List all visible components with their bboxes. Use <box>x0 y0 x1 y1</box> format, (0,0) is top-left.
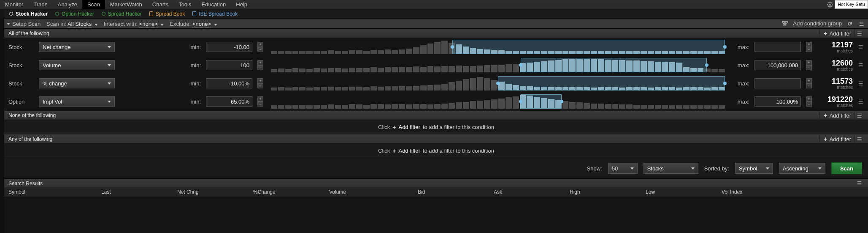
col-vol-index[interactable]: Vol Index <box>717 189 785 195</box>
subtab-label: Stock Hacker <box>16 11 48 17</box>
filter-row-menu-icon[interactable]: ☰ <box>858 99 864 105</box>
menu-help[interactable]: Help <box>231 0 252 9</box>
add-filter-none-button[interactable]: +Add filter <box>819 111 852 120</box>
filter-field-dropdown[interactable]: Net change <box>39 42 115 52</box>
sort-direction-dropdown[interactable]: Ascending <box>779 163 825 174</box>
range-handle-min[interactable] <box>519 63 522 67</box>
step-up-button[interactable]: + <box>257 60 263 65</box>
step-up-button[interactable]: + <box>806 78 812 83</box>
sort-field-dropdown[interactable]: Symbol <box>735 163 773 174</box>
max-input[interactable]: 100,000,000 <box>754 60 801 70</box>
scan-in-selector[interactable]: Scan in: All Stocks <box>46 21 98 27</box>
col-low[interactable]: Low <box>641 189 717 195</box>
distribution-chart[interactable] <box>271 76 725 90</box>
step-down-button[interactable]: − <box>257 47 263 52</box>
group-all-menu-icon[interactable]: ☰ <box>854 29 864 38</box>
show-count-dropdown[interactable]: 50 <box>608 163 638 174</box>
filter-row-menu-icon[interactable]: ☰ <box>858 80 864 87</box>
col-net-chng[interactable]: Net Chng <box>173 189 249 195</box>
subtab-spread-book[interactable]: Spread Book <box>149 9 185 18</box>
settings-gear-icon[interactable] <box>825 0 835 9</box>
group-none-menu-icon[interactable]: ☰ <box>854 111 864 120</box>
step-up-button[interactable]: + <box>806 60 812 65</box>
distribution-chart[interactable] <box>271 94 725 109</box>
menu-scan[interactable]: Scan <box>82 0 105 9</box>
group-any-menu-icon[interactable]: ☰ <box>854 135 864 143</box>
step-up-button[interactable]: + <box>257 42 263 47</box>
col--change[interactable]: %Change <box>249 189 325 195</box>
min-input[interactable]: 65.00% <box>206 96 252 107</box>
step-down-button[interactable]: − <box>257 101 263 107</box>
range-handle-max[interactable] <box>705 63 708 67</box>
step-up-button[interactable]: + <box>806 42 812 47</box>
col-volume[interactable]: Volume <box>325 189 414 195</box>
main-menu-bar: MonitorTradeAnalyzeScanMarketWatchCharts… <box>0 0 868 9</box>
filter-field-value: Net change <box>43 44 71 50</box>
menu-charts[interactable]: Charts <box>147 0 173 9</box>
intersect-selector[interactable]: Intersect with: <none> <box>104 21 164 27</box>
step-up-button[interactable]: + <box>257 78 263 83</box>
range-handle-max[interactable] <box>723 82 727 85</box>
min-input[interactable]: -10.00 <box>206 42 252 52</box>
setup-scan-dropdown[interactable]: Setup Scan <box>7 21 41 27</box>
asset-type-dropdown[interactable]: Stocks <box>644 163 698 174</box>
filter-field-dropdown[interactable]: Impl Vol <box>39 96 115 107</box>
subtab-ise-spread-book[interactable]: ISE Spread Book <box>192 9 238 18</box>
range-handle-min[interactable] <box>451 45 454 49</box>
svg-rect-2 <box>785 22 787 23</box>
scanbar-menu-icon[interactable]: ☰ <box>858 20 865 27</box>
range-handle-min[interactable] <box>519 100 522 103</box>
step-down-button[interactable]: − <box>806 83 812 88</box>
filter-row: StockNet changemin:-10.00+−max:+−12197ma… <box>4 38 868 56</box>
max-input[interactable] <box>754 78 801 88</box>
step-down-button[interactable]: − <box>257 83 263 88</box>
filter-row-menu-icon[interactable]: ☰ <box>858 44 864 50</box>
col-ask[interactable]: Ask <box>489 189 565 195</box>
menu-education[interactable]: Education <box>196 0 231 9</box>
add-filter-any-button[interactable]: +Add filter <box>819 135 852 143</box>
refresh-icon[interactable] <box>846 20 854 27</box>
distribution-chart[interactable] <box>271 40 725 54</box>
filter-row-menu-icon[interactable]: ☰ <box>858 62 864 69</box>
subtab-option-hacker[interactable]: Option Hacker <box>55 9 94 18</box>
step-up-button[interactable]: + <box>257 96 263 101</box>
step-down-button[interactable]: − <box>806 101 812 107</box>
col-high[interactable]: High <box>565 189 641 195</box>
distribution-chart[interactable] <box>271 58 725 72</box>
document-icon <box>149 11 153 16</box>
range-handle-min[interactable] <box>496 82 500 85</box>
hotkey-setup-button[interactable]: Hot Key Setu <box>835 0 868 9</box>
col-bid[interactable]: Bid <box>414 189 489 195</box>
subtab-stock-hacker[interactable]: Stock Hacker <box>9 9 48 18</box>
min-input[interactable]: 100 <box>206 60 252 70</box>
min-input[interactable]: -10.00% <box>206 78 252 88</box>
range-handle-max[interactable] <box>560 100 563 103</box>
step-down-button[interactable]: − <box>806 65 812 70</box>
condition-group-icon[interactable] <box>781 20 789 27</box>
scan-button[interactable]: Scan <box>831 162 862 174</box>
svg-point-0 <box>829 4 831 5</box>
step-down-button[interactable]: − <box>806 47 812 52</box>
menu-tools[interactable]: Tools <box>173 0 196 9</box>
results-menu-icon[interactable]: ☰ <box>854 181 864 186</box>
subtab-spread-hacker[interactable]: Spread Hacker <box>102 9 142 18</box>
step-up-button[interactable]: + <box>806 96 812 101</box>
filter-type-label: Stock <box>8 62 34 69</box>
max-input[interactable] <box>754 42 801 52</box>
range-handle-max[interactable] <box>723 45 727 49</box>
col-last[interactable]: Last <box>97 189 173 195</box>
menu-analyze[interactable]: Analyze <box>53 0 82 9</box>
add-condition-group-button[interactable]: Add condition group <box>793 20 842 27</box>
hint-add-filter[interactable]: Add filter <box>398 124 420 130</box>
add-filter-all-button[interactable]: +Add filter <box>819 29 852 38</box>
menu-trade[interactable]: Trade <box>28 0 52 9</box>
menu-monitor[interactable]: Monitor <box>0 0 28 9</box>
exclude-selector[interactable]: Exclude: <none> <box>170 21 217 27</box>
step-down-button[interactable]: − <box>257 65 263 70</box>
filter-field-dropdown[interactable]: Volume <box>39 60 115 70</box>
hint-add-filter[interactable]: Add filter <box>398 148 420 154</box>
filter-field-dropdown[interactable]: % change <box>39 78 115 88</box>
col-symbol[interactable]: Symbol <box>4 189 97 195</box>
max-input[interactable]: 100.00% <box>754 96 801 107</box>
menu-marketwatch[interactable]: MarketWatch <box>105 0 147 9</box>
